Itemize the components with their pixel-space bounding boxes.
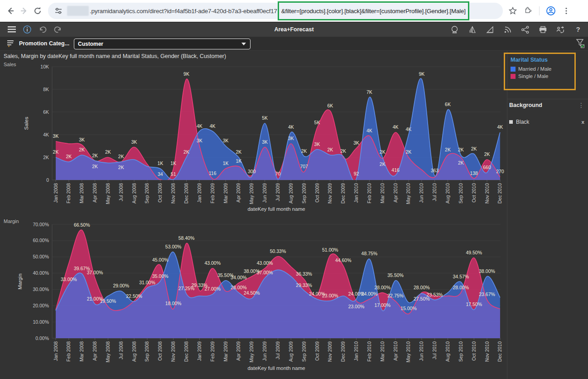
x-tick-label: May 2008 [105,183,111,204]
url-text[interactable]: .pyramidanalytics.com/direct?id=f4af5b1f… [90,8,277,15]
sales-area-chart[interactable]: 10K8K6K4K2K0Jan 2008Feb 2008Mar 2008Apr … [0,60,507,217]
x-tick-label: Feb 2010 [366,183,372,204]
data-label: 29.00% [113,283,129,288]
x-tick-label: Mar 2008 [79,341,84,362]
data-label: 2K [406,149,412,155]
data-label: 28.00% [414,285,430,290]
legend-item-single-male[interactable]: Single / Male [511,73,574,79]
pyramid-icon[interactable] [467,24,477,35]
panel-divider [507,99,588,99]
data-label: 2K [92,164,98,169]
data-label: 4K [197,123,202,129]
data-label: 3K [197,138,202,143]
x-tick-label: Nov 2008 [170,341,176,362]
data-label: 3K [79,137,85,142]
profile-avatar-icon[interactable] [546,6,556,16]
data-label: 27.00% [204,286,221,292]
data-label: 34.57% [453,274,469,279]
data-label: 29.33% [296,282,312,288]
y-tick-label: 0 [46,177,49,183]
browser-menu-icon[interactable] [562,7,570,15]
x-tick-label: Jan 2009 [197,183,202,203]
x-tick-label: Nov 2009 [327,183,333,204]
data-label: 707 [300,164,308,169]
customer-dropdown[interactable]: Customer [74,39,251,49]
row-header: Sales [4,62,16,67]
live-feed-icon[interactable] [502,24,513,35]
data-label: 416 [391,167,400,173]
chart-title: Sales, Margin by dateKey full month name… [4,53,226,59]
data-label: 4K [288,124,294,130]
share-icon[interactable] [520,24,530,35]
x-tick-label: Aug 2010 [445,183,450,204]
data-label: 2K [458,147,464,152]
x-tick-label: Jul 2008 [118,183,124,201]
filter-funnel-icon[interactable] [575,38,585,51]
x-tick-label: Feb 2009 [210,183,215,204]
y-tick-label: 70.00% [33,222,49,227]
remove-filter-button[interactable]: x [580,119,586,125]
back-icon[interactable] [4,4,17,18]
data-label: 5K [262,115,268,121]
data-label: 3K [314,141,320,147]
data-label: 2K [458,160,464,165]
data-label: 43.00% [204,260,221,266]
row-header: Margin [4,219,19,224]
x-tick-label: Jun 2009 [262,341,267,361]
data-label: 2K [79,147,85,152]
x-tick-label: Mar 2010 [380,183,385,204]
url-filter-text[interactable]: &filter=[products].[color].[black]&filte… [281,8,466,15]
data-label: 70 [275,171,281,176]
data-label: 34 [158,171,163,177]
data-label: 4K [497,124,503,130]
reload-icon[interactable] [31,4,44,18]
data-label: 2K [53,149,59,155]
legend-item-married-male[interactable]: Married / Male [511,66,574,72]
ruler-triangle-icon[interactable] [484,24,495,35]
bookmark-star-icon[interactable] [508,6,517,15]
x-tick-label: Feb 2009 [210,341,215,362]
data-label: 33.00% [61,277,77,282]
data-label: 49.50% [466,250,482,255]
y-axis-title: Sales [24,117,29,130]
x-tick-label: May 2009 [249,341,254,362]
data-label: 51.00% [322,247,338,253]
data-label: 51 [171,171,176,177]
slicer-list-icon[interactable] [6,39,15,48]
print-icon[interactable] [537,24,548,35]
x-tick-label: Jul 2009 [275,341,280,360]
address-bar[interactable]: .pyramidanalytics.com/direct?id=f4af5b1f… [48,3,503,19]
x-tick-label: Mar 2009 [223,341,228,362]
hamburger-menu-icon[interactable] [6,24,17,35]
x-tick-label: Sep 2008 [144,341,149,362]
data-label: 45.00% [152,257,169,262]
y-axis-title: Margin [17,273,23,289]
x-tick-label: Aug 2010 [445,341,450,362]
forward-icon[interactable] [17,4,31,18]
x-tick-label: Aug 2009 [288,183,294,204]
data-label: 22.75% [387,293,404,298]
background-menu-icon[interactable]: ⋮ [576,104,586,107]
data-label: 3K [223,138,229,143]
y-tick-label: 20.00% [33,303,49,308]
legend-swatch-single [511,74,516,79]
extensions-icon[interactable] [524,6,533,15]
x-tick-label: Sep 2010 [458,183,463,204]
data-label: 23.00% [322,293,338,298]
x-tick-label: Sep 2010 [458,341,463,362]
data-label: 4K [366,128,372,133]
data-label: 17.00% [374,302,390,308]
undo-icon[interactable] [37,24,48,35]
x-tick-label: Jun 2009 [262,183,267,203]
app-toolbar: Area+Forecast ? [0,22,588,37]
tune-icon[interactable] [54,7,63,15]
crystal-ball-icon[interactable] [449,24,460,35]
x-axis-title: dateKey full month name [247,206,305,212]
help-icon[interactable]: ? [573,24,583,35]
user-switch-icon[interactable] [555,24,566,35]
x-tick-label: Nov 2010 [484,341,490,362]
info-icon[interactable] [22,24,33,35]
margin-area-chart[interactable]: 70.00%60.00%50.00%40.00%30.00%20.00%10.0… [0,217,507,376]
redo-icon[interactable] [53,24,63,35]
data-label: 28.00% [374,285,390,290]
